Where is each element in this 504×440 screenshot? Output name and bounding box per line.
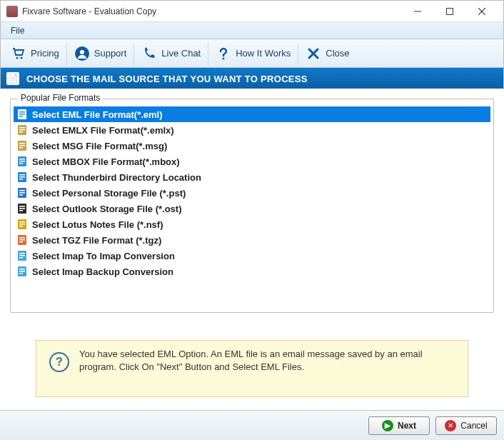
svg-rect-36 — [19, 206, 25, 207]
format-item[interactable]: Select EML File Format(*.eml) — [14, 106, 490, 122]
file-mbox-icon — [16, 156, 28, 167]
maximize-button[interactable] — [433, 1, 465, 21]
outlook-pst-icon — [16, 187, 28, 199]
cancel-icon: ✕ — [445, 420, 456, 431]
svg-rect-54 — [19, 273, 23, 274]
info-icon: ? — [49, 352, 69, 372]
imap-convert-icon — [16, 250, 28, 261]
svg-rect-49 — [19, 255, 25, 256]
file-emlx-icon — [16, 124, 28, 136]
format-item[interactable]: Select Outlook Storage File (*.ost) — [14, 201, 490, 216]
format-item[interactable]: Select Imap To Imap Conversion — [14, 248, 490, 264]
svg-rect-14 — [19, 116, 23, 117]
headset-icon — [74, 46, 90, 61]
close-toolbar-button[interactable]: Close — [298, 42, 356, 65]
close-button[interactable] — [465, 1, 498, 21]
close-icon — [306, 46, 321, 61]
svg-rect-50 — [19, 257, 23, 259]
footer: ▶ Next ✕ Cancel — [0, 410, 504, 440]
titlebar: Fixvare Software - Evaluation Copy — [1, 1, 503, 22]
svg-rect-22 — [19, 147, 23, 149]
banner-icon: 📄 — [6, 72, 19, 85]
svg-rect-48 — [19, 253, 25, 254]
svg-point-5 — [21, 56, 23, 59]
svg-rect-17 — [19, 129, 25, 131]
svg-rect-45 — [19, 239, 25, 241]
format-item-label: Select Lotus Notes File (*.nsf) — [32, 219, 163, 230]
svg-rect-18 — [19, 131, 23, 133]
format-item[interactable]: Select TGZ File Format (*.tgz) — [14, 232, 490, 248]
outlook-ost-icon — [16, 203, 28, 214]
svg-rect-34 — [19, 194, 23, 196]
next-label: Next — [398, 421, 416, 431]
formats-group: Popular File Formats Select EML File For… — [10, 99, 494, 313]
pricing-button[interactable]: Pricing — [4, 42, 67, 65]
svg-rect-53 — [19, 271, 25, 272]
svg-rect-28 — [19, 174, 25, 176]
svg-rect-30 — [19, 179, 23, 180]
svg-point-7 — [80, 50, 84, 54]
lotus-icon — [16, 219, 28, 230]
svg-rect-40 — [19, 221, 25, 223]
svg-rect-33 — [19, 192, 25, 194]
phone-icon — [141, 46, 157, 61]
live-chat-label: Live Chat — [161, 48, 201, 59]
format-item-label: Select TGZ File Format (*.tgz) — [32, 235, 161, 246]
menu-file[interactable]: File — [5, 24, 30, 37]
thunderbird-icon — [16, 171, 28, 183]
svg-rect-32 — [19, 190, 25, 191]
support-label: Support — [94, 48, 127, 59]
formats-group-label: Popular File Formats — [18, 93, 103, 103]
svg-rect-21 — [19, 145, 25, 146]
next-button[interactable]: ▶ Next — [368, 416, 430, 435]
info-box: ? You have selected EML Option. An EML f… — [36, 340, 468, 397]
svg-rect-26 — [19, 163, 23, 164]
format-item[interactable]: Select Lotus Notes File (*.nsf) — [14, 216, 490, 232]
minimize-button[interactable] — [401, 1, 433, 21]
pricing-label: Pricing — [31, 48, 59, 59]
svg-rect-29 — [19, 176, 25, 178]
svg-rect-46 — [19, 241, 23, 243]
window-controls — [401, 1, 498, 21]
formats-list: Select EML File Format(*.eml)Select EMLX… — [14, 106, 490, 309]
svg-rect-1 — [446, 8, 453, 14]
format-item[interactable]: Select Imap Backup Conversion — [14, 264, 490, 279]
format-item[interactable]: Select Personal Storage File (*.pst) — [14, 185, 490, 201]
svg-rect-42 — [19, 226, 23, 227]
svg-rect-37 — [19, 208, 25, 209]
how-it-works-label: How It Works — [236, 48, 291, 59]
format-item-label: Select Outlook Storage File (*.ost) — [32, 204, 181, 214]
format-item-label: Select Thunderbird Directory Location — [32, 172, 201, 183]
svg-rect-52 — [19, 269, 25, 270]
cart-icon — [11, 46, 26, 61]
close-label: Close — [326, 48, 349, 59]
svg-rect-13 — [19, 114, 25, 115]
toolbar: Pricing Support Live Chat How It Works C… — [1, 39, 503, 68]
info-text: You have selected EML Option. An EML fil… — [79, 348, 455, 373]
live-chat-button[interactable]: Live Chat — [134, 42, 208, 65]
svg-rect-12 — [19, 111, 25, 113]
imap-backup-icon — [16, 266, 28, 277]
svg-rect-44 — [19, 237, 25, 239]
format-item[interactable]: Select EMLX File Format(*.emlx) — [14, 122, 490, 138]
banner: 📄 CHOOSE THE MAIL SOURCE THAT YOU WANT T… — [1, 68, 503, 89]
svg-rect-38 — [19, 210, 23, 211]
window-title: Fixvare Software - Evaluation Copy — [22, 6, 401, 16]
cancel-button[interactable]: ✕ Cancel — [435, 416, 497, 435]
format-item-label: Select Imap Backup Conversion — [32, 266, 173, 277]
svg-point-4 — [16, 56, 19, 59]
content-area: Popular File Formats Select EML File For… — [0, 89, 504, 410]
how-it-works-button[interactable]: How It Works — [208, 42, 298, 65]
svg-rect-25 — [19, 161, 25, 162]
format-item[interactable]: Select Thunderbird Directory Location — [14, 169, 490, 185]
format-item[interactable]: Select MSG File Format(*.msg) — [14, 138, 490, 154]
support-button[interactable]: Support — [67, 42, 135, 65]
svg-rect-16 — [19, 127, 25, 129]
file-eml-icon — [16, 109, 28, 120]
cancel-label: Cancel — [460, 421, 487, 431]
format-item[interactable]: Select MBOX File Format(*.mbox) — [14, 154, 490, 169]
file-msg-icon — [16, 140, 28, 151]
svg-rect-20 — [19, 143, 25, 144]
banner-text: CHOOSE THE MAIL SOURCE THAT YOU WANT TO … — [26, 74, 308, 84]
tgz-icon — [16, 234, 28, 246]
